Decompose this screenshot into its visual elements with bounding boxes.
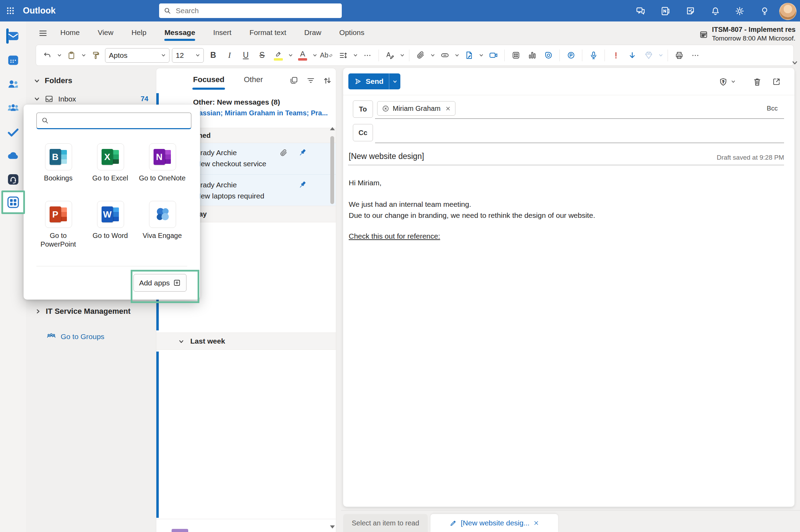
tips-lightbulb-icon[interactable] bbox=[758, 5, 771, 17]
inbox-expand-chevron-icon[interactable] bbox=[34, 96, 40, 102]
app-tile-onenote[interactable]: N bbox=[149, 143, 176, 170]
tab-home[interactable]: Home bbox=[60, 27, 80, 38]
print-icon[interactable] bbox=[672, 48, 686, 62]
font-color-icon[interactable]: A bbox=[296, 48, 310, 62]
apps-search-input[interactable] bbox=[52, 116, 187, 125]
subject-field[interactable]: [New website design] bbox=[349, 152, 424, 161]
rail-groups-icon[interactable] bbox=[6, 100, 21, 116]
rail-onedrive-icon[interactable] bbox=[6, 148, 21, 163]
folder-expand-chevron-icon[interactable] bbox=[35, 309, 41, 314]
tab-options[interactable]: Options bbox=[339, 27, 365, 38]
rail-calendar-icon[interactable] bbox=[6, 53, 21, 68]
editor-document-icon[interactable] bbox=[462, 48, 476, 62]
tab-message[interactable]: Message bbox=[164, 27, 196, 38]
hamburger-menu-icon[interactable] bbox=[36, 27, 50, 39]
select-messages-icon[interactable] bbox=[287, 74, 301, 87]
other-banner-title[interactable]: Other: New messages (8) bbox=[193, 98, 280, 106]
folder-inbox[interactable]: Inbox 74 bbox=[34, 94, 148, 104]
user-avatar[interactable] bbox=[779, 3, 797, 20]
reading-pane-tab[interactable]: Select an item to read bbox=[343, 514, 428, 532]
body-reference-line[interactable]: Check this out for reference: bbox=[349, 232, 440, 240]
rail-mail-icon[interactable] bbox=[6, 28, 21, 44]
tab-focused[interactable]: Focused bbox=[193, 75, 224, 84]
body-greeting[interactable]: Hi Miriam, bbox=[349, 179, 382, 187]
clear-formatting-icon[interactable]: Ab bbox=[320, 48, 334, 62]
app-tile-viva-engage[interactable] bbox=[149, 201, 176, 228]
pin-icon[interactable] bbox=[298, 148, 307, 157]
app-launcher-waffle-icon[interactable] bbox=[3, 4, 17, 18]
link-icon[interactable] bbox=[438, 48, 452, 62]
discard-trash-icon[interactable] bbox=[751, 76, 763, 88]
ribbon-overflow-icon[interactable] bbox=[688, 48, 702, 62]
other-banner-senders[interactable]: Atlassian; Miriam Graham in Teams; Pra..… bbox=[190, 109, 335, 117]
scrollbar-up-arrow[interactable] bbox=[330, 127, 335, 130]
tab-other[interactable]: Other bbox=[244, 75, 263, 84]
attach-file-icon[interactable] bbox=[414, 48, 427, 62]
underline-icon[interactable]: U bbox=[239, 48, 253, 62]
tab-view[interactable]: View bbox=[97, 27, 114, 38]
settings-gear-icon[interactable] bbox=[733, 5, 746, 17]
high-importance-icon[interactable] bbox=[609, 48, 623, 62]
apps-search-field[interactable] bbox=[36, 113, 191, 129]
loop-component-icon[interactable] bbox=[541, 48, 555, 62]
line-spacing-icon[interactable] bbox=[336, 48, 350, 62]
section-chevron-icon[interactable] bbox=[179, 339, 184, 344]
poll-chart-icon[interactable] bbox=[525, 48, 539, 62]
rail-people-icon[interactable] bbox=[6, 77, 21, 92]
font-color-dropdown-chevron-icon[interactable] bbox=[312, 48, 318, 62]
tab-draw[interactable]: Draw bbox=[304, 27, 322, 38]
sensitivity-dropdown-chevron-icon[interactable] bbox=[658, 48, 663, 62]
section-last-week[interactable]: Last week bbox=[156, 332, 336, 350]
rail-apps-icon[interactable] bbox=[1, 190, 25, 214]
tab-help[interactable]: Help bbox=[131, 27, 147, 38]
folders-header[interactable]: Folders bbox=[34, 76, 72, 85]
strikethrough-icon[interactable]: S bbox=[255, 48, 269, 62]
scrollbar-thumb[interactable] bbox=[330, 136, 334, 204]
attach-dropdown-chevron-icon[interactable] bbox=[430, 48, 435, 62]
remove-recipient-icon[interactable] bbox=[445, 106, 451, 112]
rail-support-headset-icon[interactable] bbox=[6, 172, 21, 187]
link-dropdown-chevron-icon[interactable] bbox=[454, 48, 460, 62]
app-tile-word[interactable]: W bbox=[97, 201, 124, 228]
paste-dropdown-chevron-icon[interactable] bbox=[81, 48, 86, 62]
format-painter-icon[interactable] bbox=[89, 48, 103, 62]
low-importance-icon[interactable] bbox=[625, 48, 639, 62]
search-bar[interactable] bbox=[159, 3, 342, 18]
scrollbar-down-arrow[interactable] bbox=[330, 525, 335, 529]
more-formatting-icon[interactable] bbox=[360, 48, 374, 62]
dictate-microphone-icon[interactable] bbox=[586, 48, 600, 62]
pin-icon[interactable] bbox=[298, 180, 307, 189]
folder-it-service-management[interactable]: IT Service Management bbox=[35, 307, 131, 316]
onenote-feed-icon[interactable] bbox=[659, 5, 672, 17]
tab-insert[interactable]: Insert bbox=[212, 27, 232, 38]
close-draft-tab-icon[interactable] bbox=[533, 520, 539, 526]
notes-icon[interactable] bbox=[684, 5, 697, 17]
undo-icon[interactable] bbox=[40, 48, 54, 62]
apps-grid-icon[interactable] bbox=[509, 48, 523, 62]
teams-chat-icon[interactable] bbox=[634, 5, 647, 17]
undo-dropdown-chevron-icon[interactable] bbox=[56, 48, 62, 62]
highlight-dropdown-chevron-icon[interactable] bbox=[288, 48, 293, 62]
sort-icon[interactable] bbox=[321, 74, 334, 87]
encryption-shield-icon[interactable]: ? bbox=[717, 76, 729, 88]
draft-tab[interactable]: [New website desig... bbox=[431, 514, 558, 532]
send-options-chevron-icon[interactable] bbox=[389, 73, 400, 89]
collapse-ribbon-chevron-icon[interactable] bbox=[790, 58, 799, 67]
folders-collapse-chevron-icon[interactable] bbox=[34, 78, 40, 84]
paste-icon[interactable] bbox=[64, 48, 78, 62]
meeting-peek[interactable]: ITSM-807 - Implement resp... Tomorrow 8:… bbox=[712, 26, 796, 42]
body-paragraph[interactable]: We just had an internal team meeting. bbox=[349, 200, 471, 209]
cc-button[interactable]: Cc bbox=[353, 124, 373, 141]
send-button[interactable]: Send bbox=[348, 73, 400, 89]
app-tile-excel[interactable]: X bbox=[97, 143, 124, 170]
recipient-chip[interactable]: Miriam Graham bbox=[377, 101, 455, 116]
rail-todo-icon[interactable] bbox=[6, 124, 21, 140]
bcc-toggle[interactable]: Bcc bbox=[767, 105, 778, 112]
body-paragraph[interactable]: Due to our change in branding, we need t… bbox=[349, 211, 595, 220]
search-input[interactable] bbox=[175, 6, 325, 15]
popout-window-icon[interactable] bbox=[770, 76, 783, 88]
app-tile-bookings[interactable]: B bbox=[45, 143, 72, 170]
go-to-groups-link[interactable]: Go to Groups bbox=[46, 332, 104, 342]
sensitivity-icon[interactable] bbox=[642, 48, 655, 62]
signature-dropdown-chevron-icon[interactable] bbox=[399, 48, 405, 62]
